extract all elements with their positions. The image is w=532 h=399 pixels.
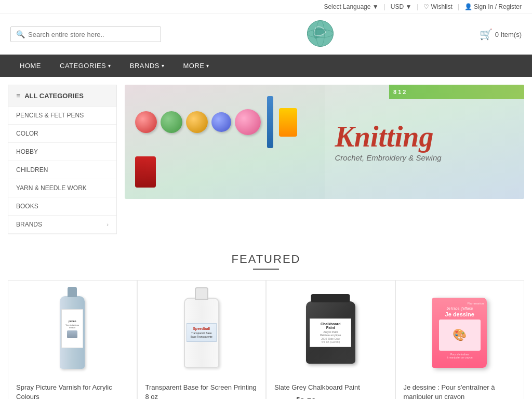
search-bar[interactable]: 🔍 [10, 26, 161, 42]
search-icon: 🔍 [16, 30, 25, 38]
hero-banner: 8 1 2 Knitting Crochet, Embroidery & Sew… [125, 85, 524, 199]
product-image-chalkboard: ChalkboardPaint Acrylic PaintPeinture ac… [274, 288, 387, 377]
heart-icon: ♡ [423, 3, 429, 10]
brands-arrow-icon: › [107, 221, 109, 228]
yarn-ball-red [135, 111, 157, 133]
sidebar-pencils-label: PENCILS & FELT PENS [16, 112, 84, 119]
signin-link[interactable]: 👤 Sign In / Register [464, 3, 522, 10]
top-bar: Select Language ▼ | USD ▼ | ♡ Wishlist |… [0, 0, 532, 14]
nav-more-label: MORE [183, 62, 204, 70]
sidebar-item-color[interactable]: COLOR [8, 125, 116, 143]
sidebar-item-books[interactable]: BOOKS [8, 197, 116, 216]
brands-chevron-icon: ▾ [162, 63, 165, 69]
sidebar-color-label: COLOR [16, 130, 38, 137]
product-card-je-dessine[interactable]: Flammarion Je trace, j'efface Je dessine… [395, 280, 525, 399]
nav-brands-label: BRANDS [130, 62, 159, 70]
sale-price-chalkboard: $8.50 [296, 397, 316, 399]
nav-more[interactable]: MORE ▾ [174, 55, 219, 77]
nav-categories[interactable]: CATEGORIES ▾ [50, 55, 121, 77]
logo[interactable] [306, 19, 335, 49]
banner-subtitle: Crochet, Embroidery & Sewing [335, 153, 514, 162]
divider-3: | [458, 3, 459, 10]
featured-section: FEATURED pébéo Vernis tableaubrillant Sp [0, 242, 532, 399]
product-name-chalkboard: Slate Grey Chalkboard Paint [274, 383, 387, 392]
yarn-ball-pink [235, 109, 261, 135]
nav-brands[interactable]: BRANDS ▾ [121, 55, 174, 77]
product-name-je-dessine: Je dessine : Pour s'entraîner à manipule… [404, 383, 516, 399]
banner-title: Knitting [335, 122, 514, 151]
sidebar-hobby-label: HOBBY [16, 148, 38, 155]
product-image-je-dessine: Flammarion Je trace, j'efface Je dessine… [404, 288, 516, 377]
nav-home[interactable]: HOME [10, 55, 50, 77]
sidebar-item-yarn[interactable]: YARN & NEEDLE WORK [8, 179, 116, 197]
dollar-sign: $ [296, 395, 300, 399]
sidebar-title-text: ALL CATEGORIES [24, 92, 84, 100]
sidebar-title: ≡ ALL CATEGORIES [8, 85, 116, 107]
yarn-ball-blue [211, 112, 231, 132]
product-image-transparent-base: Speedball Transparent BaseBase Transpare… [145, 288, 258, 377]
wishlist-link[interactable]: ♡ Wishlist [423, 3, 452, 10]
product-image-spray-varnish: pébéo Vernis tableaubrillant [16, 288, 129, 377]
divider-1: | [384, 3, 385, 10]
header: 🔍 🛒 0 Item(s) [0, 14, 532, 55]
yarn-ball-yellow [186, 111, 208, 133]
product-pricing-chalkboard: 16.99 $8.50 [274, 395, 387, 399]
product-card-transparent-base[interactable]: Speedball Transparent BaseBase Transpare… [137, 280, 267, 399]
sidebar-children-label: CHILDREN [16, 166, 48, 174]
product-name-spray-varnish: Spray Picture Varnish for Acrylic Colour… [16, 383, 129, 399]
divider-2: | [417, 3, 418, 10]
banner-container: 8 1 2 Knitting Crochet, Embroidery & Sew… [125, 85, 524, 234]
product-name-transparent-base: Transparent Base for Screen Printing 8 o… [145, 383, 258, 399]
sidebar-item-brands[interactable]: BRANDS › [8, 216, 116, 234]
yarn-ball-green [161, 111, 182, 133]
sidebar: ≡ ALL CATEGORIES PENCILS & FELT PENS COL… [8, 85, 117, 234]
main-content: ≡ ALL CATEGORIES PENCILS & FELT PENS COL… [0, 77, 532, 242]
sidebar-item-hobby[interactable]: HOBBY [8, 143, 116, 161]
menu-icon: ≡ [16, 91, 20, 100]
language-selector[interactable]: Select Language ▼ [324, 3, 378, 10]
nav-bar: HOME CATEGORIES ▾ BRANDS ▾ MORE ▾ [0, 55, 532, 77]
products-grid: pébéo Vernis tableaubrillant Spray Pictu… [8, 280, 524, 399]
cart-area[interactable]: 🛒 0 Item(s) [480, 28, 522, 41]
product-card-chalkboard[interactable]: ChalkboardPaint Acrylic PaintPeinture ac… [266, 280, 395, 399]
sidebar-item-children[interactable]: CHILDREN [8, 161, 116, 179]
ribbon-spool [279, 108, 297, 137]
more-chevron-icon: ▾ [206, 63, 209, 69]
zipper [267, 96, 273, 148]
featured-title: FEATURED [8, 252, 524, 266]
sidebar-item-pencils[interactable]: PENCILS & FELT PENS [8, 107, 116, 125]
nav-categories-label: CATEGORIES [60, 62, 106, 70]
categories-chevron-icon: ▾ [108, 63, 111, 69]
sidebar-yarn-label: YARN & NEEDLE WORK [16, 184, 87, 192]
currency-selector[interactable]: USD ▼ [391, 3, 412, 10]
sidebar-brands-label: BRANDS [16, 221, 42, 228]
wishlist-label: Wishlist [431, 3, 452, 10]
user-icon: 👤 [464, 3, 472, 10]
logo-icon [306, 19, 335, 48]
featured-underline [253, 269, 279, 270]
cart-icon: 🛒 [480, 28, 493, 41]
banner-text-overlay: Knitting Crochet, Embroidery & Sewing [325, 85, 525, 199]
signin-label: Sign In / Register [474, 3, 522, 10]
banner-products-area [130, 89, 322, 195]
red-container [135, 156, 156, 188]
product-card-spray-varnish[interactable]: pébéo Vernis tableaubrillant Spray Pictu… [8, 280, 137, 399]
search-input[interactable] [28, 31, 153, 38]
cart-label: 0 Item(s) [495, 31, 522, 38]
sidebar-books-label: BOOKS [16, 203, 38, 210]
